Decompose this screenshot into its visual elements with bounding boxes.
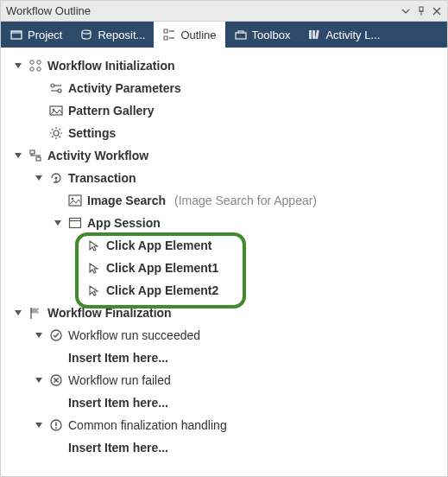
parameters-icon [49, 81, 63, 95]
repository-icon [79, 28, 93, 41]
workflow-outline-panel: Workflow Outline Project Reposit... [0, 0, 448, 477]
tree-node-insert-placeholder[interactable]: Insert Item here... [4, 347, 444, 369]
gallery-icon [49, 104, 63, 118]
tree-node-click-element-0[interactable]: Click App Element [4, 234, 444, 257]
node-label: Pattern Gallery [68, 104, 155, 118]
gear-icon [49, 126, 63, 140]
tab-label: Outline [180, 29, 216, 41]
tab-repository[interactable]: Reposit... [71, 22, 154, 48]
tree-node-run-succeeded[interactable]: Workflow run succeeded [4, 324, 444, 347]
cursor-icon [87, 261, 101, 275]
svg-point-42 [72, 198, 74, 200]
tree-node-image-search[interactable]: Image Search (Image Search for Appear) [4, 189, 444, 212]
tree-node-app-session[interactable]: App Session [4, 212, 444, 234]
cursor-icon [87, 238, 101, 252]
node-label: Activity Parameters [68, 81, 181, 95]
node-label: Workflow run failed [68, 373, 171, 387]
node-label: Image Search [87, 194, 166, 207]
svg-point-18 [30, 67, 34, 71]
tab-outline[interactable]: Outline [154, 22, 224, 48]
tree-node-insert-placeholder[interactable]: Insert Item here... [4, 436, 444, 459]
cursor-icon [87, 283, 101, 297]
svg-rect-43 [70, 219, 81, 228]
svg-point-40 [55, 177, 58, 180]
node-label: Settings [68, 126, 116, 140]
image-search-icon [68, 194, 82, 207]
svg-line-32 [60, 137, 61, 138]
node-label: Workflow Initialization [47, 59, 175, 73]
svg-point-52 [55, 427, 57, 429]
svg-line-33 [52, 137, 54, 138]
tab-activity-library[interactable]: Activity L... [299, 22, 388, 48]
success-icon [49, 328, 63, 342]
tree-node-activity-parameters[interactable]: Activity Parameters [4, 77, 444, 99]
tree-node-click-element-2[interactable]: Click App Element2 [4, 279, 444, 302]
node-label: Click App Element [106, 238, 211, 252]
failed-icon [49, 373, 63, 387]
tab-strip: Project Reposit... Outline Toolbox Activ… [1, 22, 447, 48]
tree-node-click-element-1[interactable]: Click App Element1 [4, 257, 444, 279]
expander-icon[interactable] [53, 218, 63, 228]
tree-node-insert-placeholder[interactable]: Insert Item here... [4, 391, 444, 414]
pin-button[interactable] [414, 4, 428, 18]
svg-rect-15 [316, 30, 320, 39]
panel-title: Workflow Outline [4, 4, 397, 17]
panel-title-bar: Workflow Outline [1, 1, 447, 22]
node-label: App Session [87, 216, 161, 230]
svg-rect-12 [236, 33, 246, 39]
tree-node-finalization[interactable]: Workflow Finalization [4, 302, 444, 324]
node-label: Transaction [68, 171, 136, 185]
expander-icon[interactable] [13, 308, 23, 318]
close-button[interactable] [430, 4, 444, 18]
tree-view[interactable]: Workflow Initialization Activity Paramet… [1, 48, 447, 476]
expander-icon[interactable] [34, 420, 44, 430]
svg-rect-8 [164, 29, 167, 33]
tab-toolbox[interactable]: Toolbox [225, 22, 300, 48]
svg-line-34 [60, 129, 61, 130]
expander-icon[interactable] [34, 173, 44, 183]
tab-project[interactable]: Project [1, 22, 71, 48]
svg-rect-0 [420, 7, 423, 11]
svg-rect-9 [164, 36, 167, 40]
svg-point-7 [82, 30, 91, 34]
tree-node-settings[interactable]: Settings [4, 122, 444, 144]
svg-rect-6 [11, 31, 22, 34]
svg-line-31 [52, 129, 54, 130]
node-hint: (Image Search for Appear) [174, 194, 317, 207]
window-dropdown-button[interactable] [399, 4, 413, 18]
tree-node-common-finalization[interactable]: Common finalization handling [4, 414, 444, 436]
tree-node-run-failed[interactable]: Workflow run failed [4, 369, 444, 391]
svg-point-26 [54, 130, 59, 136]
svg-point-16 [30, 60, 34, 64]
tab-label: Toolbox [252, 29, 291, 41]
expander-icon[interactable] [34, 330, 44, 340]
node-label: Insert Item here... [68, 396, 168, 410]
workflow-icon [28, 149, 42, 162]
tab-label: Reposit... [98, 29, 145, 41]
tree-node-activity-workflow[interactable]: Activity Workflow [4, 144, 444, 167]
info-icon [49, 418, 63, 432]
node-label: Workflow run succeeded [68, 328, 200, 342]
svg-point-20 [51, 84, 54, 87]
tree-node-pattern-gallery[interactable]: Pattern Gallery [4, 99, 444, 122]
node-label: Insert Item here... [68, 441, 168, 455]
node-label: Workflow Finalization [47, 306, 172, 320]
tree-node-transaction[interactable]: Transaction [4, 167, 444, 189]
outline-icon [162, 28, 176, 41]
node-label: Insert Item here... [68, 351, 168, 365]
svg-rect-35 [30, 150, 35, 154]
node-label: Click App Element1 [106, 261, 218, 275]
expander-icon[interactable] [13, 150, 23, 161]
svg-point-17 [37, 60, 41, 64]
node-label: Click App Element2 [106, 283, 218, 297]
tab-label: Activity L... [325, 29, 380, 41]
expander-icon[interactable] [34, 375, 44, 385]
finalization-icon [28, 306, 42, 320]
library-icon [307, 28, 321, 41]
svg-point-19 [37, 67, 41, 71]
expander-icon[interactable] [13, 60, 23, 71]
tree-node-initialization[interactable]: Workflow Initialization [4, 54, 444, 77]
initialization-icon [28, 59, 42, 73]
app-session-icon [68, 216, 82, 230]
svg-rect-13 [309, 30, 312, 39]
